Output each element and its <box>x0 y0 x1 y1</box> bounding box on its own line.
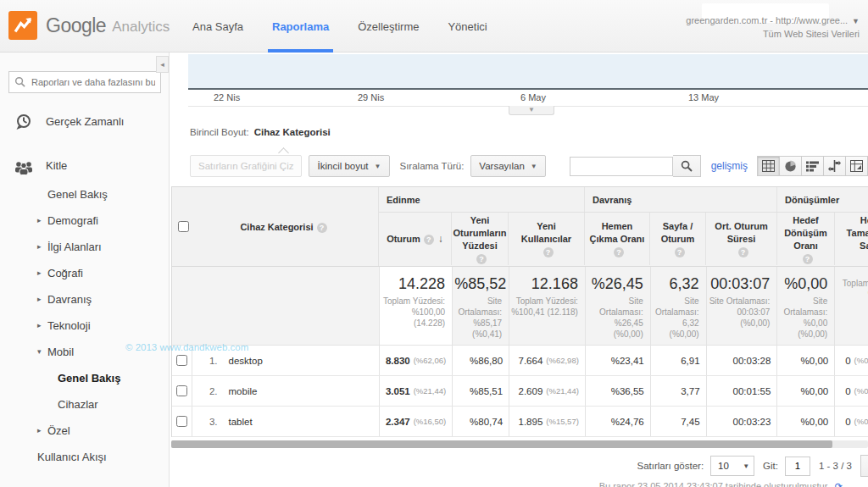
google-analytics-logo[interactable]: Google Analytics <box>8 11 170 40</box>
report-generated-note: Bu rapor 23.05.2014 23:43:07 tarihinde o… <box>599 481 843 487</box>
goto-page-input[interactable] <box>785 457 810 476</box>
dimension-header-cell[interactable]: Cihaz Kategorisi <box>172 187 379 266</box>
sidebar-item-kitle[interactable]: Kitle <box>0 151 169 181</box>
chevron-right-icon: ▸ <box>37 286 42 313</box>
sidebar-item-gercek-zamanli[interactable]: Gerçek Zamanlı <box>0 107 169 137</box>
column-header-yeni-kullanicilar[interactable]: Yeni Kullanıcılar <box>509 213 585 265</box>
sidebar-item-mobil-genel-bakis[interactable]: Genel Bakış <box>0 365 169 391</box>
group-header-edinme: Edinme <box>379 187 585 212</box>
realtime-icon <box>14 113 33 143</box>
table-view-switcher <box>758 156 868 176</box>
chevron-down-icon: ▾ <box>37 339 42 365</box>
summary-hemen-cikma: %26,45 Site Ortalaması: %26,45 (%0,00) <box>586 267 651 345</box>
row-checkbox[interactable] <box>176 355 187 366</box>
scrollbar-thumb[interactable] <box>171 440 832 448</box>
help-icon[interactable] <box>476 254 487 264</box>
column-header-ort-oturum-suresi[interactable]: Ort. Oturum Süresi <box>706 213 777 265</box>
plot-rows-button[interactable]: Satırların Grafiğini Çiz <box>190 155 302 177</box>
help-icon[interactable] <box>614 247 624 257</box>
horizontal-scrollbar[interactable] <box>171 440 868 448</box>
report-toolbar: Satırların Grafiğini Çiz İkincil boyut▼ … <box>190 152 868 180</box>
pivot-view-button[interactable] <box>845 156 868 176</box>
sidebar-item-mobil[interactable]: ▾Mobil <box>0 339 169 365</box>
chevron-right-icon: ▸ <box>37 234 42 260</box>
sort-type-label: Sıralama Türü: <box>400 161 465 171</box>
primary-dimension-label: Birincil Boyut: <box>190 127 249 137</box>
sidebar-item-teknoloji[interactable]: ▸Teknoloji <box>0 313 169 339</box>
report-search-input[interactable] <box>8 71 161 93</box>
comparison-view-button[interactable] <box>823 156 846 176</box>
sidebar-item-ozel[interactable]: ▸Özel <box>0 418 169 444</box>
data-view-button[interactable] <box>757 156 780 176</box>
secondary-dimension-button[interactable]: İkincil boyut▼ <box>309 155 389 177</box>
chart-x-axis <box>188 88 868 90</box>
sessions-chart-area <box>188 54 868 88</box>
chevron-down-icon: ▼ <box>531 163 537 170</box>
search-icon <box>681 160 693 172</box>
chevron-right-icon: ▸ <box>37 208 42 234</box>
account-property: greengarden.com.tr - http://www.gree... <box>686 15 848 25</box>
performance-view-button[interactable] <box>801 156 824 176</box>
chart-x-ticks: 22 Nis 29 Nis 6 May 13 May <box>188 92 868 106</box>
sidebar-collapse-button[interactable]: ◂ <box>156 56 169 73</box>
account-switcher[interactable]: greengarden.com.tr - http://www.gree...▼… <box>686 14 860 41</box>
chart-expand-tab[interactable]: ▼ <box>509 106 554 115</box>
nav-ana-sayfa[interactable]: Ana Sayfa <box>178 0 258 53</box>
chevron-right-icon: ▸ <box>37 260 42 286</box>
percentage-view-button[interactable] <box>779 156 802 176</box>
analytics-logo-icon <box>8 11 37 40</box>
rows-per-page-select[interactable]: 10▼ <box>710 456 754 476</box>
nav-yonetici[interactable]: Yönetici <box>433 0 501 53</box>
pie-chart-icon <box>784 160 797 173</box>
help-icon[interactable] <box>424 235 434 245</box>
advanced-filter-link[interactable]: gelişmiş <box>711 160 748 172</box>
previous-page-button[interactable]: ❮ <box>860 455 868 477</box>
summary-yeni-kullanicilar: 12.168 Toplam Yüzdesi: %100,41 (12.118) <box>509 267 586 345</box>
help-icon[interactable] <box>803 254 813 264</box>
sidebar-item-ilgi-alanlari[interactable]: ▸İlgi Alanları <box>0 234 169 260</box>
help-icon[interactable] <box>675 247 685 257</box>
comparison-icon <box>828 160 841 172</box>
primary-dimension-value[interactable]: Cihaz Kategorisi <box>254 127 331 137</box>
device-link[interactable]: mobile <box>229 386 258 396</box>
column-header-sayfa-oturum[interactable]: Sayfa / Oturum <box>650 213 706 265</box>
column-header-hedef-tamamlama-sayisi[interactable]: Hedef Tamamlama Sayısı <box>835 213 868 265</box>
nav-ozellestirme[interactable]: Özelleştirme <box>343 0 433 53</box>
primary-dimension-row: Birincil Boyut:Cihaz Kategorisi <box>190 127 331 137</box>
column-header-yeni-oturumlarin-yuzdesi[interactable]: Yeni Oturumların Yüzdesi <box>452 213 509 265</box>
row-checkbox[interactable] <box>176 385 187 396</box>
row-range: 1 - 3 / 3 <box>819 461 852 471</box>
column-header-hemen-cikma-orani[interactable]: Hemen Çıkma Oranı <box>585 213 650 265</box>
sidebar-item-demografi[interactable]: ▸Demografi <box>0 208 169 234</box>
help-icon[interactable] <box>543 247 554 257</box>
chevron-right-icon: ▸ <box>37 313 42 339</box>
summary-hedef-tamamlama: Toplam Yüzdesi: %0,00 (0) <box>835 267 868 345</box>
summary-ort-sure: 00:03:07 Site Ortalaması: 00:03:07 (%0,0… <box>707 267 778 345</box>
summary-oturum: 14.228 Toplam Yüzdesi: %100,00 (14.228) <box>380 267 453 345</box>
column-header-oturum[interactable]: Oturum↓ <box>379 213 452 265</box>
row-checkbox[interactable] <box>176 416 187 427</box>
summary-sayfa-oturum: 6,32 Site Ortalaması: 6,32 (%0,00) <box>651 267 707 345</box>
device-link[interactable]: desktop <box>229 356 263 366</box>
bars-icon <box>806 161 819 172</box>
report-content: 22 Nis 29 Nis 6 May 13 May ▼ Birincil Bo… <box>170 53 868 487</box>
sidebar-item-kullanici-akisi[interactable]: Kullanıcı Akışı <box>0 444 169 470</box>
help-icon[interactable] <box>317 223 327 233</box>
goto-label: Git: <box>763 461 778 471</box>
x-tick: 22 Nis <box>214 92 240 102</box>
sort-type-dropdown[interactable]: Varsayılan▼ <box>470 155 545 177</box>
sidebar-item-genel-bakis[interactable]: Genel Bakış <box>0 181 169 208</box>
device-link[interactable]: tablet <box>229 417 253 427</box>
table-row: 3.tablet 2.347(%16,50) %80,74 1.895(%15,… <box>172 407 868 437</box>
help-icon[interactable] <box>738 247 748 257</box>
sidebar-search <box>8 71 160 93</box>
table-search-input[interactable] <box>570 157 673 176</box>
column-header-hedef-donusum-orani[interactable]: Hedef Dönüşüm Oranı <box>777 213 835 265</box>
sidebar-item-cihazlar[interactable]: Cihazlar <box>0 391 169 418</box>
select-all-checkbox[interactable] <box>178 221 189 232</box>
table-search-button[interactable] <box>673 155 701 177</box>
x-tick: 13 May <box>688 92 719 102</box>
nav-raporlama[interactable]: Raporlama <box>258 0 343 53</box>
sidebar-item-davranis[interactable]: ▸Davranış <box>0 286 169 313</box>
sidebar-item-cografi[interactable]: ▸Coğrafi <box>0 260 169 286</box>
